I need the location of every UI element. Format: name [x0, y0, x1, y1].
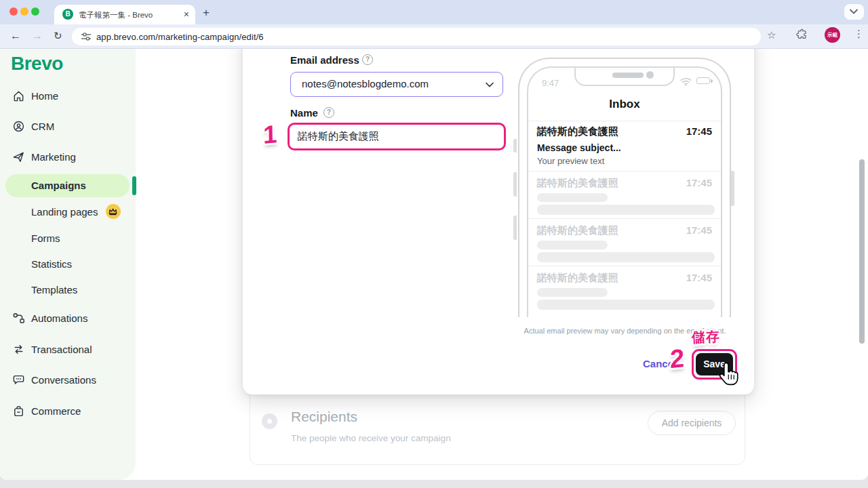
new-tab-button[interactable]: + [203, 6, 210, 20]
phone-mute-button [513, 139, 517, 152]
brevo-logo[interactable]: Brevo [11, 53, 63, 75]
recipients-title: Recipients [291, 409, 357, 425]
conversations-icon [12, 373, 25, 389]
skeleton-bar [537, 300, 715, 310]
divider [528, 266, 721, 266]
back-button[interactable]: ← [10, 30, 21, 42]
sender-name-value: 諾特斯的美食護照 [298, 130, 379, 143]
skeleton-bar [537, 205, 715, 215]
skeleton-bar [537, 241, 608, 249]
mouse-cursor-hand-icon [717, 362, 739, 390]
page-scrollbar-thumb[interactable] [859, 159, 865, 344]
browser-window: B 電子報第一集 - Brevo × + ← → ↻ app.brevo.com… [0, 0, 868, 480]
sidebar-item-automations[interactable]: Automations [0, 310, 136, 327]
phone-power-button [731, 171, 734, 206]
phone-volume-up-button [513, 172, 517, 197]
chevron-down-icon [850, 9, 858, 14]
recipients-subtitle: The people who receive your campaign [291, 433, 451, 443]
tab-strip: B 電子報第一集 - Brevo × + [0, 0, 868, 24]
transactional-icon [12, 343, 25, 359]
sidebar-item-conversations[interactable]: Conversations [0, 372, 136, 388]
zoom-window-button[interactable] [31, 7, 39, 16]
tab-title: 電子報第一集 - Brevo [79, 10, 182, 20]
name-label: Name [290, 107, 318, 119]
sender-name-input[interactable]: 諾特斯的美食護照 [288, 123, 506, 150]
add-recipients-button[interactable]: Add recipients [648, 411, 736, 435]
crm-icon [12, 120, 25, 136]
battery-nub [711, 79, 713, 83]
marketing-send-icon [12, 150, 25, 166]
inbox-title: Inbox [528, 98, 721, 111]
sidebar-item-campaigns[interactable]: Campaigns [5, 174, 130, 197]
annotation-save-label-zh: 儲存 [691, 327, 720, 347]
message-time: 17:45 [686, 125, 712, 137]
message-sender: 諾特斯的美食護照 [537, 224, 618, 237]
url-text: app.brevo.com/marketing-campaign/edit/6 [96, 32, 264, 42]
sidebar-item-forms[interactable]: Forms [0, 230, 136, 247]
phone-volume-down-button [513, 216, 517, 240]
message-time: 17:45 [686, 224, 712, 236]
forward-button[interactable]: → [32, 30, 43, 42]
site-settings-icon[interactable] [81, 31, 92, 45]
minimize-window-button[interactable] [20, 7, 28, 16]
tab-search-button[interactable] [844, 4, 864, 20]
message-time: 17:45 [686, 272, 712, 283]
sidebar-item-templates[interactable]: Templates [0, 282, 136, 298]
step-status-icon [262, 413, 277, 429]
address-bar[interactable]: app.brevo.com/marketing-campaign/edit/6 [72, 28, 761, 45]
commerce-bag-icon [12, 405, 25, 420]
sidebar-item-transactional[interactable]: Transactional [0, 342, 136, 358]
browser-tab[interactable]: B 電子報第一集 - Brevo × [54, 5, 195, 24]
premium-crown-icon [106, 204, 121, 219]
message-sender: 諾特斯的美食護照 [537, 272, 618, 285]
extensions-icon[interactable] [796, 28, 808, 43]
tab-close-icon[interactable]: × [184, 9, 189, 20]
profile-avatar[interactable]: 示範 [825, 27, 840, 43]
skeleton-bar [537, 193, 608, 202]
divider [528, 218, 721, 219]
annotation-step-2: 2 [670, 344, 685, 374]
speaker-pill [612, 73, 644, 78]
name-help-icon[interactable]: ? [323, 107, 334, 118]
battery-icon [696, 77, 710, 84]
sidebar-item-marketing[interactable]: Marketing [0, 149, 136, 165]
email-help-icon[interactable]: ? [362, 54, 373, 65]
email-address-value: notes@notesblogdemo.com [302, 78, 429, 89]
chevron-down-icon [486, 82, 494, 87]
wifi-icon [680, 77, 692, 89]
automations-icon [12, 312, 25, 327]
camera-dot [646, 71, 654, 79]
message-subject: Message subject... [537, 142, 621, 153]
sender-settings-dialog: Email address ? notes@notesblogdemo.com … [243, 49, 754, 394]
bookmark-star-icon[interactable]: ☆ [767, 29, 776, 41]
annotation-step-1: 1 [263, 120, 277, 150]
divider [528, 121, 721, 121]
active-item-indicator [132, 176, 136, 195]
status-bar-time: 9:47 [542, 78, 559, 88]
sidebar: Brevo Home CRM Marketing Campaigns Landi… [0, 49, 136, 480]
skeleton-bar [537, 252, 715, 262]
message-sender: 諾特斯的美食護照 [537, 177, 618, 190]
brevo-favicon-icon: B [62, 9, 73, 20]
divider [528, 171, 721, 171]
sidebar-item-crm[interactable]: CRM [0, 119, 136, 135]
sidebar-item-commerce[interactable]: Commerce [0, 403, 136, 420]
message-time: 17:45 [686, 177, 712, 188]
sidebar-item-home[interactable]: Home [0, 88, 136, 104]
browser-toolbar: ← → ↻ app.brevo.com/marketing-campaign/e… [0, 24, 868, 49]
browser-menu-icon[interactable]: ⋮ [854, 28, 864, 40]
close-window-button[interactable] [9, 7, 18, 16]
reload-button[interactable]: ↻ [54, 30, 62, 42]
email-address-select[interactable]: notes@notesblogdemo.com [290, 72, 503, 97]
home-icon [12, 89, 25, 105]
message-preview: Your preview text [537, 156, 604, 166]
brevo-app-page: Brevo Home CRM Marketing Campaigns Landi… [0, 49, 868, 480]
skeleton-bar [537, 288, 608, 297]
phone-screen: 9:47 Inbox 諾特斯的美食護照 17:45 Message subjec… [527, 66, 722, 317]
email-address-label: Email address [290, 54, 359, 66]
sidebar-item-statistics[interactable]: Statistics [0, 256, 136, 272]
message-sender: 諾特斯的美食護照 [537, 125, 618, 138]
phone-notch [574, 66, 675, 86]
